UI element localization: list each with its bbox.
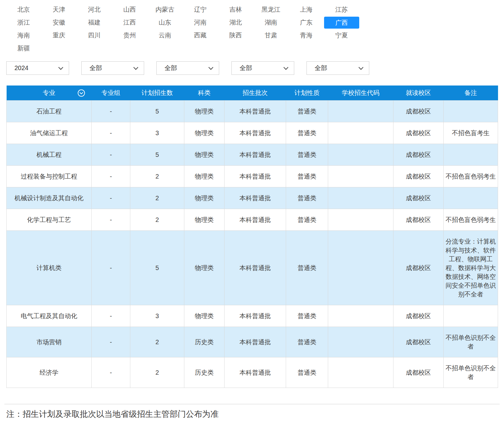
province-item-gansu[interactable]: 甘肃 <box>253 29 289 42</box>
filter-select-4[interactable]: 全部 <box>231 61 294 75</box>
cell-plan-nature: 普通类 <box>286 209 328 231</box>
cell-batch: 本科普通批 <box>225 327 286 357</box>
header-batch: 招生批次 <box>225 86 286 101</box>
province-item-hainan[interactable]: 海南 <box>6 29 41 42</box>
cell-plan-nature: 普通类 <box>286 101 328 122</box>
cell-campus: 成都校区 <box>393 327 444 357</box>
filter-select-3-value: 全部 <box>165 64 177 72</box>
province-item-guizhou[interactable]: 贵州 <box>112 29 148 42</box>
cell-group: - <box>92 122 130 144</box>
province-item-henan[interactable]: 河南 <box>183 16 218 29</box>
province-item-hebei[interactable]: 河北 <box>77 3 112 16</box>
province-item-fujian[interactable]: 福建 <box>77 16 112 29</box>
cell-campus: 成都校区 <box>393 209 444 231</box>
cell-subject-type: 物理类 <box>184 305 225 327</box>
cell-subject-type: 物理类 <box>184 166 225 187</box>
cell-campus: 成都校区 <box>393 305 444 327</box>
cell-school-code <box>328 357 393 388</box>
cell-remark <box>444 144 498 166</box>
cell-campus: 成都校区 <box>393 122 444 144</box>
filter-select-5[interactable]: 全部 <box>306 61 369 75</box>
table-row: 石油工程 - 5 物理类 本科普通批 普通类 成都校区 <box>7 101 498 122</box>
cell-plan-count: 3 <box>130 305 184 327</box>
filter-select-2[interactable]: 全部 <box>81 61 144 75</box>
table-row: 市场营销 - 2 历史类 本科普通批 普通类 成都校区 不招单色识别不全者 <box>7 327 498 357</box>
filter-select-3[interactable]: 全部 <box>156 61 219 75</box>
province-item-anhui[interactable]: 安徽 <box>41 16 77 29</box>
province-item-heilongjiang[interactable]: 黑龙江 <box>253 3 289 16</box>
cell-plan-count: 2 <box>130 357 184 388</box>
province-item-xinjiang[interactable]: 新疆 <box>6 42 41 55</box>
cell-school-code <box>328 144 393 166</box>
cell-batch: 本科普通批 <box>225 101 286 122</box>
province-item-hubei[interactable]: 湖北 <box>218 16 253 29</box>
cell-group: - <box>92 305 130 327</box>
cell-major: 机械工程 <box>7 144 92 166</box>
cell-group: - <box>92 231 130 305</box>
cell-batch: 本科普通批 <box>225 305 286 327</box>
cell-remark: 不招色盲色弱考生 <box>444 209 498 231</box>
province-item-jilin[interactable]: 吉林 <box>218 3 253 16</box>
cell-subject-type: 物理类 <box>184 209 225 231</box>
footer-divider <box>4 404 500 404</box>
province-item-qinghai[interactable]: 青海 <box>289 29 324 42</box>
cell-campus: 成都校区 <box>393 144 444 166</box>
cell-plan-count: 5 <box>130 231 184 305</box>
table-row: 化学工程与工艺 - 2 物理类 本科普通批 普通类 成都校区 不招色盲色弱考生 <box>7 209 498 231</box>
province-item-shanxi[interactable]: 山西 <box>112 3 148 16</box>
province-item-xizang[interactable]: 西藏 <box>183 29 218 42</box>
cell-campus: 成都校区 <box>393 101 444 122</box>
header-plan-count: 计划招生数 <box>130 86 184 101</box>
cell-major: 电气工程及其自动化 <box>7 305 92 327</box>
year-filter-select[interactable]: 2024 <box>6 61 69 75</box>
cell-subject-type: 物理类 <box>184 122 225 144</box>
table-row: 过程装备与控制工程 - 2 物理类 本科普通批 普通类 成都校区 不招色盲色弱考… <box>7 166 498 187</box>
chevron-down-icon <box>58 65 63 70</box>
cell-campus: 成都校区 <box>393 357 444 388</box>
cell-major: 经济学 <box>7 357 92 388</box>
cell-school-code <box>328 187 393 209</box>
table-header-row: 专业 专业组 计划招生数 科类 招生批次 计划性质 学校招生代码 就读校区 备注 <box>7 86 498 101</box>
cell-school-code <box>328 122 393 144</box>
table-row: 电气工程及其自动化 - 3 物理类 本科普通批 普通类 成都校区 <box>7 305 498 327</box>
cell-batch: 本科普通批 <box>225 144 286 166</box>
cell-batch: 本科普通批 <box>225 187 286 209</box>
province-item-jiangsu[interactable]: 江苏 <box>324 3 360 16</box>
cell-school-code <box>328 209 393 231</box>
header-major[interactable]: 专业 <box>7 86 92 101</box>
province-item-sichuan[interactable]: 四川 <box>77 29 112 42</box>
header-remark: 备注 <box>444 86 498 101</box>
province-item-jiangxi[interactable]: 江西 <box>112 16 148 29</box>
cell-subject-type: 物理类 <box>184 187 225 209</box>
province-item-yunnan[interactable]: 云南 <box>147 29 183 42</box>
chevron-down-icon <box>359 65 364 70</box>
province-item-shandong[interactable]: 山东 <box>147 16 183 29</box>
province-item-zhejiang[interactable]: 浙江 <box>6 16 41 29</box>
province-item-guangdong[interactable]: 广东 <box>289 16 324 29</box>
cell-plan-nature: 普通类 <box>286 122 328 144</box>
cell-school-code <box>328 327 393 357</box>
chevron-down-icon <box>133 65 138 70</box>
cell-plan-nature: 普通类 <box>286 231 328 305</box>
cell-major: 计算机类 <box>7 231 92 305</box>
cell-remark <box>444 187 498 209</box>
province-item-guangxi-active[interactable]: 广西 <box>324 17 360 29</box>
province-item-liaoning[interactable]: 辽宁 <box>183 3 218 16</box>
table-row: 机械工程 - 5 物理类 本科普通批 普通类 成都校区 <box>7 144 498 166</box>
cell-group: - <box>92 144 130 166</box>
cell-group: - <box>92 166 130 187</box>
cell-remark: 不招色盲色弱考生 <box>444 166 498 187</box>
province-item-shaanxi[interactable]: 陕西 <box>218 29 253 42</box>
header-campus: 就读校区 <box>393 86 444 101</box>
province-item-neimenggu[interactable]: 内蒙古 <box>147 3 183 16</box>
province-item-ningxia[interactable]: 宁夏 <box>324 29 360 42</box>
chevron-down-circle-icon[interactable] <box>77 89 85 97</box>
province-item-beijing[interactable]: 北京 <box>6 3 41 16</box>
province-item-shanghai[interactable]: 上海 <box>289 3 324 16</box>
cell-batch: 本科普通批 <box>225 231 286 305</box>
province-item-chongqing[interactable]: 重庆 <box>41 29 77 42</box>
cell-plan-nature: 普通类 <box>286 357 328 388</box>
province-item-hunan[interactable]: 湖南 <box>253 16 289 29</box>
province-item-tianjin[interactable]: 天津 <box>41 3 77 16</box>
cell-plan-nature: 普通类 <box>286 305 328 327</box>
